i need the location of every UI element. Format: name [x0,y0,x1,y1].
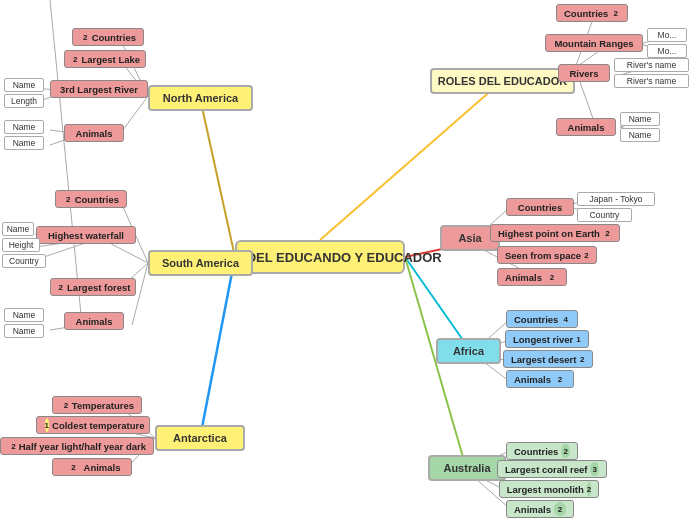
svg-line-0 [200,98,235,257]
rt-river-leaf-1: River's name [614,58,689,72]
asia-animals: Animals 2 [497,268,567,286]
na-3rd-river: 3rd Largest River [50,80,148,98]
ant-temperatures: 2 Temperatures [52,396,142,414]
rt-river-leaf-2: River's name [614,74,689,88]
ant-coldest: 1 Coldest temperature [36,416,150,434]
rt-mr-leaf-1: Mo... [647,28,687,42]
sa-countries: 2 Countries [55,190,127,208]
svg-line-6 [320,81,502,240]
ant-animals: 2 Animals [52,458,132,476]
na-countries: 2 Countries [72,28,144,46]
na-animals: Animals [64,124,124,142]
ant-half-year: 2 Half year light/half year dark [0,437,154,455]
aus-monolith: Largest monolith 2 [499,480,599,498]
africa-countries: Countries 4 [506,310,578,328]
rt-animals: Animals [556,118,616,136]
na-largest-lake: 2 Largest Lake [64,50,146,68]
na-animal-leaf-1: Name [4,120,44,134]
rt-mr-leaf-2: Mo... [647,44,687,58]
asia-country-leaf-2: Country [577,208,632,222]
sa-highest-waterfall: Highest waterfall [36,226,136,244]
rt-mountain-ranges: Mountain Ranges [545,34,643,52]
svg-line-42 [50,0,82,325]
africa-longest-river: Longest river 1 [505,330,589,348]
central-node: ROLES DEL EDUCANDO Y EDUCADOR [235,240,405,274]
svg-line-5 [405,257,467,471]
asia-country-leaf-1: Japan - Tokyo [577,192,655,206]
sa-animal-leaf-1: Name [4,308,44,322]
rt-rivers: Rivers [558,64,610,82]
rt-animal-leaf-1: Name [620,112,660,126]
sa-wf-leaf-country: Country [2,254,46,268]
asia-highest-point: Highest point on Earth 2 [490,224,620,242]
sa-animal-leaf-2: Name [4,324,44,338]
rt-countries: Countries 2 [556,4,628,22]
svg-line-10 [120,96,148,134]
na-animal-leaf-2: Name [4,136,44,150]
africa-node: Africa [436,338,501,364]
aus-countries: Countries 2 [506,442,578,460]
sa-animals: Animals [64,312,124,330]
aus-corall-reef: Largest corall reef 3 [497,460,607,478]
na-river-leaf-name: Name [4,78,44,92]
sa-largest-forest: 2 Largest forest [50,278,136,296]
north-america-node: North America [148,85,253,111]
australia-node: Australia [428,455,506,481]
roles-educador-node: ROLES DEL EDUCADOR [430,68,575,94]
aus-animals: Animals 2 [506,500,574,518]
rt-animal-leaf-2: Name [620,128,660,142]
na-river-leaf-length: Length [4,94,44,108]
africa-largest-desert: Largest desert 2 [503,350,593,368]
asia-countries: Countries [506,198,574,216]
svg-line-2 [200,257,235,438]
asia-seen-from-space: Seen from space 2 [497,246,597,264]
sa-wf-leaf-height: Height [2,238,40,252]
africa-animals: Animals 2 [506,370,574,388]
south-america-node: South America [148,250,253,276]
sa-wf-leaf-name: Name [2,222,34,236]
antarctica-node: Antarctica [155,425,245,451]
